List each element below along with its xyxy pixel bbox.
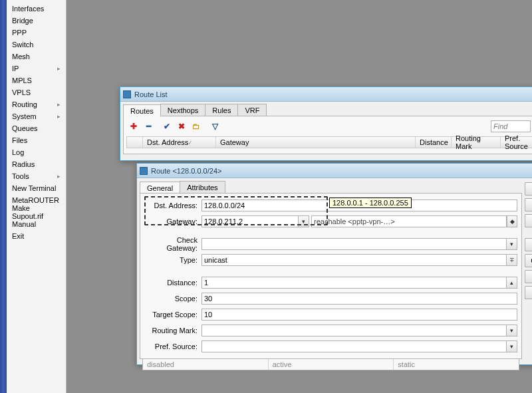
ok-button[interactable]: OK [525, 182, 532, 196]
menu-label: MPLS [12, 76, 32, 84]
chevron-up-icon: ▴ [510, 279, 513, 286]
dst-address-label: Dst. Address: [144, 201, 201, 209]
col-distance[interactable]: Distance [416, 137, 452, 148]
chevron-down-icon: ▾ [302, 218, 305, 225]
menu-tools[interactable]: Tools▸ [7, 170, 66, 182]
routing-mark-input[interactable] [201, 325, 507, 336]
menu-label: Radius [12, 160, 35, 168]
menu-label: Mesh [12, 53, 30, 61]
header-label: Dst. Address [147, 138, 188, 146]
enable-button[interactable]: ✔ [160, 120, 174, 133]
col-flags[interactable] [127, 137, 143, 148]
menu-label: Routing [12, 100, 37, 108]
comment-button[interactable]: Comment [525, 254, 532, 267]
menu-system[interactable]: System▸ [7, 110, 66, 122]
status-active: active [269, 359, 394, 370]
menu-label: Interfaces [12, 5, 44, 13]
menu-label: Tools [12, 172, 29, 180]
distance-input[interactable] [201, 277, 507, 289]
menu-radius[interactable]: Radius [7, 158, 66, 170]
menu-mesh[interactable]: Mesh [7, 51, 66, 63]
route-list-toolbar: ✚ ━ ✔ ✖ 🗀 ▽ all ∓ [126, 119, 532, 134]
sort-icon: ∕ [190, 140, 190, 146]
menu-label: Switch [12, 41, 33, 49]
disable-button[interactable]: ✖ [174, 120, 189, 133]
workspace: Route List ✕ Routes Nexthops Rules VRF ✚… [66, 0, 532, 393]
menu-routing[interactable]: Routing▸ [7, 98, 66, 110]
comment-button[interactable]: 🗀 [189, 120, 203, 133]
menu-files[interactable]: Files [7, 134, 66, 146]
distance-clear[interactable]: ▴ [507, 277, 517, 289]
column-headers: Dst. Address∕ Gateway Distance Routing M… [126, 136, 532, 148]
menu-label: Exit [12, 232, 24, 240]
pref-source-input[interactable] [201, 340, 507, 352]
col-routing-mark[interactable]: Routing Mark [452, 137, 501, 148]
gateway-status: reachable <pptp-vpn-…> [311, 215, 507, 227]
tab-nexthops[interactable]: Nexthops [160, 104, 205, 116]
route-list-tabs: Routes Nexthops Rules VRF [120, 102, 532, 116]
chevron-down-icon: ▾ [510, 241, 513, 247]
remove-button[interactable]: Remove [525, 286, 532, 299]
menu-label: Files [12, 136, 27, 144]
col-dst-address[interactable]: Dst. Address∕ [143, 137, 216, 148]
menu-log[interactable]: Log [7, 146, 66, 158]
filter-icon: ▽ [212, 122, 218, 131]
tab-routes[interactable]: Routes [123, 104, 161, 116]
menu-make-supout[interactable]: Make Supout.rif [7, 206, 66, 218]
pref-source-label: Pref. Source: [144, 342, 201, 350]
check-gateway-input[interactable] [201, 238, 507, 250]
window-title: Route <128.0.0.0/24> [151, 167, 532, 175]
routing-mark-dropdown[interactable]: ▾ [507, 325, 517, 336]
remove-button[interactable]: ━ [141, 120, 156, 133]
menu-queues[interactable]: Queues [7, 122, 66, 134]
gateway-add-remove[interactable]: ◆ [507, 215, 517, 227]
menu-new-terminal[interactable]: New Terminal [7, 182, 66, 194]
menu-interfaces[interactable]: Interfaces [7, 3, 66, 15]
target-scope-input[interactable] [201, 309, 517, 321]
tab-general[interactable]: General [140, 182, 180, 194]
titlebar[interactable]: Route List ✕ [120, 87, 532, 102]
apply-button[interactable]: Apply [525, 214, 532, 227]
scope-label: Scope: [144, 295, 201, 303]
menu-vpls[interactable]: VPLS [7, 86, 66, 98]
col-gateway[interactable]: Gateway [216, 137, 416, 148]
type-label: Type: [144, 256, 201, 264]
route-dialog-tabs: General Attributes [140, 181, 522, 193]
type-input[interactable] [201, 254, 507, 266]
dialog-button-column: OK Cancel Apply Disable Comment Copy Rem… [525, 178, 532, 364]
chevron-down-icon: ▾ [510, 327, 513, 334]
add-button[interactable]: ✚ [126, 120, 141, 133]
tab-vrf[interactable]: VRF [237, 104, 267, 116]
status-disabled: disabled [143, 359, 269, 370]
tab-attributes[interactable]: Attributes [180, 181, 225, 193]
type-dropdown[interactable]: ∓ [507, 254, 517, 266]
menu-ip[interactable]: IP▸ [7, 63, 66, 74]
gateway-dropdown[interactable]: ▾ [299, 215, 309, 227]
menu-switch[interactable]: Switch [7, 39, 66, 51]
scope-input[interactable] [201, 293, 517, 305]
cancel-button[interactable]: Cancel [525, 198, 532, 211]
titlebar[interactable]: Route <128.0.0.0/24> ✕ [137, 164, 532, 178]
menu-mpls[interactable]: MPLS [7, 74, 66, 86]
pref-source-dropdown[interactable]: ▾ [507, 340, 517, 352]
status-static: static [394, 359, 519, 370]
route-list-window: Route List ✕ Routes Nexthops Rules VRF ✚… [120, 86, 532, 161]
route-list-body: ✚ ━ ✔ ✖ 🗀 ▽ all ∓ [123, 116, 532, 154]
menu-label: MetaROUTER [12, 196, 59, 204]
gateway-label: Gateway: [144, 217, 201, 225]
menu-ppp[interactable]: PPP [7, 27, 66, 39]
menu-bridge[interactable]: Bridge [7, 15, 66, 27]
routing-mark-label: Routing Mark: [144, 327, 201, 334]
check-gateway-dropdown[interactable]: ▾ [507, 238, 517, 250]
disable-button[interactable]: Disable [525, 238, 532, 251]
col-pref-source[interactable]: Pref. Source [501, 137, 532, 148]
filter-button[interactable]: ▽ [207, 120, 222, 133]
menu-exit[interactable]: Exit [7, 230, 66, 242]
submenu-arrow-icon: ▸ [57, 101, 61, 108]
target-scope-label: Target Scope: [144, 311, 201, 319]
dst-address-tooltip: 128.0.0.1 - 128.0.0.255 [329, 197, 412, 208]
gateway-input[interactable] [201, 215, 299, 227]
copy-button[interactable]: Copy [525, 270, 532, 283]
tab-rules[interactable]: Rules [205, 104, 238, 116]
find-input[interactable] [491, 120, 531, 132]
